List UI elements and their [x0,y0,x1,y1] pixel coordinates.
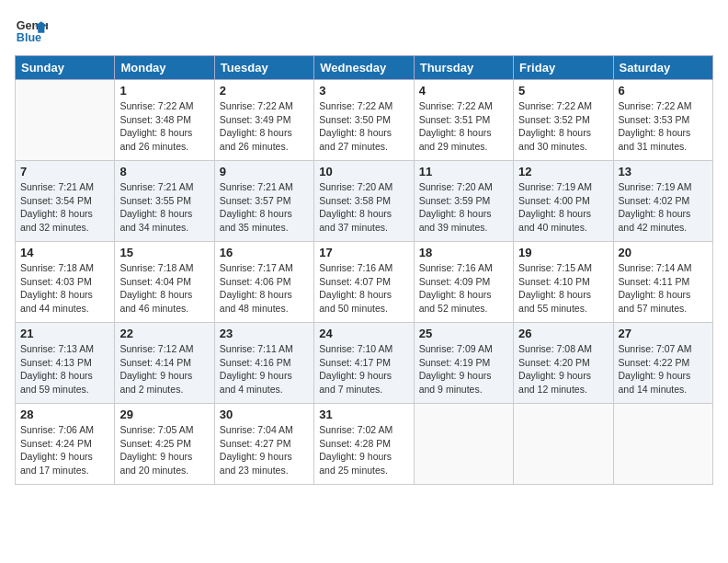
day-info: Sunrise: 7:12 AMSunset: 4:14 PMDaylight:… [119,342,209,396]
calendar-cell: 21Sunrise: 7:13 AMSunset: 4:13 PMDayligh… [16,323,115,404]
calendar-week-row: 1Sunrise: 7:22 AMSunset: 3:48 PMDaylight… [16,80,713,161]
day-info: Sunrise: 7:22 AMSunset: 3:48 PMDaylight:… [119,99,209,154]
day-info: Sunrise: 7:11 AMSunset: 4:16 PMDaylight:… [220,342,309,396]
logo: General Blue [15,15,48,48]
calendar-cell: 7Sunrise: 7:21 AMSunset: 3:54 PMDaylight… [16,161,115,242]
day-info: Sunrise: 7:13 AMSunset: 4:13 PMDaylight:… [20,342,109,396]
day-header-thursday: Thursday [414,56,513,80]
day-info: Sunrise: 7:17 AMSunset: 4:06 PMDaylight:… [220,261,309,316]
day-number: 1 [119,84,209,98]
calendar-table: SundayMondayTuesdayWednesdayThursdayFrid… [15,55,713,485]
calendar-cell: 20Sunrise: 7:14 AMSunset: 4:11 PMDayligh… [613,242,712,323]
calendar-week-row: 14Sunrise: 7:18 AMSunset: 4:03 PMDayligh… [16,242,713,323]
page-header: General Blue [15,15,713,48]
day-info: Sunrise: 7:16 AMSunset: 4:07 PMDaylight:… [319,261,408,316]
calendar-cell: 6Sunrise: 7:22 AMSunset: 3:53 PMDaylight… [613,80,712,161]
day-number: 19 [518,246,608,259]
calendar-cell: 22Sunrise: 7:12 AMSunset: 4:14 PMDayligh… [115,323,214,404]
day-number: 11 [419,165,508,178]
day-number: 8 [119,165,209,178]
day-number: 17 [319,246,408,259]
day-info: Sunrise: 7:21 AMSunset: 3:57 PMDaylight:… [220,180,309,235]
day-info: Sunrise: 7:20 AMSunset: 3:59 PMDaylight:… [419,180,508,235]
day-number: 28 [20,408,109,421]
day-number: 22 [119,327,209,340]
calendar-cell: 18Sunrise: 7:16 AMSunset: 4:09 PMDayligh… [414,242,513,323]
day-number: 6 [619,84,708,98]
calendar-cell: 24Sunrise: 7:10 AMSunset: 4:17 PMDayligh… [314,323,414,404]
calendar-cell [514,404,613,485]
day-info: Sunrise: 7:02 AMSunset: 4:28 PMDaylight:… [319,423,408,477]
day-number: 13 [619,165,708,178]
day-number: 4 [419,84,508,98]
day-number: 20 [619,246,708,259]
day-info: Sunrise: 7:08 AMSunset: 4:20 PMDaylight:… [518,342,608,396]
calendar-cell: 3Sunrise: 7:22 AMSunset: 3:50 PMDaylight… [314,80,414,161]
day-number: 3 [319,84,408,98]
calendar-week-row: 7Sunrise: 7:21 AMSunset: 3:54 PMDaylight… [16,161,713,242]
calendar-cell: 4Sunrise: 7:22 AMSunset: 3:51 PMDaylight… [414,80,513,161]
calendar-cell [613,404,712,485]
calendar-cell: 9Sunrise: 7:21 AMSunset: 3:57 PMDaylight… [214,161,313,242]
day-number: 23 [220,327,309,340]
day-header-saturday: Saturday [613,56,712,80]
day-info: Sunrise: 7:22 AMSunset: 3:52 PMDaylight:… [518,99,608,154]
calendar-cell: 31Sunrise: 7:02 AMSunset: 4:28 PMDayligh… [314,404,414,485]
day-header-tuesday: Tuesday [214,56,313,80]
day-info: Sunrise: 7:22 AMSunset: 3:50 PMDaylight:… [319,99,408,154]
day-number: 15 [119,246,209,259]
calendar-cell: 10Sunrise: 7:20 AMSunset: 3:58 PMDayligh… [314,161,414,242]
calendar-cell: 17Sunrise: 7:16 AMSunset: 4:07 PMDayligh… [314,242,414,323]
day-info: Sunrise: 7:15 AMSunset: 4:10 PMDaylight:… [518,261,608,316]
day-info: Sunrise: 7:21 AMSunset: 3:54 PMDaylight:… [20,180,109,235]
day-info: Sunrise: 7:22 AMSunset: 3:51 PMDaylight:… [419,99,508,154]
calendar-week-row: 21Sunrise: 7:13 AMSunset: 4:13 PMDayligh… [16,323,713,404]
day-number: 26 [518,327,608,340]
day-number: 9 [220,165,309,178]
day-info: Sunrise: 7:06 AMSunset: 4:24 PMDaylight:… [20,423,109,477]
day-info: Sunrise: 7:20 AMSunset: 3:58 PMDaylight:… [319,180,408,235]
day-info: Sunrise: 7:04 AMSunset: 4:27 PMDaylight:… [220,423,309,477]
day-info: Sunrise: 7:18 AMSunset: 4:03 PMDaylight:… [20,261,109,316]
calendar-cell: 29Sunrise: 7:05 AMSunset: 4:25 PMDayligh… [115,404,214,485]
calendar-cell: 12Sunrise: 7:19 AMSunset: 4:00 PMDayligh… [514,161,613,242]
day-info: Sunrise: 7:14 AMSunset: 4:11 PMDaylight:… [619,261,708,316]
calendar-cell: 25Sunrise: 7:09 AMSunset: 4:19 PMDayligh… [414,323,513,404]
day-header-sunday: Sunday [16,56,115,80]
day-number: 2 [220,84,309,98]
calendar-cell: 14Sunrise: 7:18 AMSunset: 4:03 PMDayligh… [16,242,115,323]
day-number: 14 [20,246,109,259]
day-info: Sunrise: 7:09 AMSunset: 4:19 PMDaylight:… [419,342,508,396]
calendar-cell: 19Sunrise: 7:15 AMSunset: 4:10 PMDayligh… [514,242,613,323]
day-header-friday: Friday [514,56,613,80]
logo-icon: General Blue [15,15,48,48]
day-number: 29 [119,408,209,421]
calendar-cell: 5Sunrise: 7:22 AMSunset: 3:52 PMDaylight… [514,80,613,161]
day-header-monday: Monday [115,56,214,80]
calendar-cell: 2Sunrise: 7:22 AMSunset: 3:49 PMDaylight… [214,80,313,161]
day-info: Sunrise: 7:16 AMSunset: 4:09 PMDaylight:… [419,261,508,316]
day-header-wednesday: Wednesday [314,56,414,80]
day-info: Sunrise: 7:19 AMSunset: 4:02 PMDaylight:… [619,180,708,235]
day-number: 10 [319,165,408,178]
calendar-cell [414,404,513,485]
calendar-cell: 11Sunrise: 7:20 AMSunset: 3:59 PMDayligh… [414,161,513,242]
calendar-cell: 15Sunrise: 7:18 AMSunset: 4:04 PMDayligh… [115,242,214,323]
day-number: 31 [319,408,408,421]
calendar-cell: 28Sunrise: 7:06 AMSunset: 4:24 PMDayligh… [16,404,115,485]
calendar-cell: 16Sunrise: 7:17 AMSunset: 4:06 PMDayligh… [214,242,313,323]
day-info: Sunrise: 7:21 AMSunset: 3:55 PMDaylight:… [119,180,209,235]
day-info: Sunrise: 7:22 AMSunset: 3:49 PMDaylight:… [220,99,309,154]
calendar-cell [16,80,115,161]
calendar-cell: 1Sunrise: 7:22 AMSunset: 3:48 PMDaylight… [115,80,214,161]
calendar-cell: 30Sunrise: 7:04 AMSunset: 4:27 PMDayligh… [214,404,313,485]
calendar-header-row: SundayMondayTuesdayWednesdayThursdayFrid… [16,56,713,80]
calendar-cell: 26Sunrise: 7:08 AMSunset: 4:20 PMDayligh… [514,323,613,404]
day-info: Sunrise: 7:19 AMSunset: 4:00 PMDaylight:… [518,180,608,235]
calendar-cell: 8Sunrise: 7:21 AMSunset: 3:55 PMDaylight… [115,161,214,242]
day-number: 5 [518,84,608,98]
calendar-cell: 23Sunrise: 7:11 AMSunset: 4:16 PMDayligh… [214,323,313,404]
day-info: Sunrise: 7:10 AMSunset: 4:17 PMDaylight:… [319,342,408,396]
day-number: 16 [220,246,309,259]
day-number: 27 [619,327,708,340]
